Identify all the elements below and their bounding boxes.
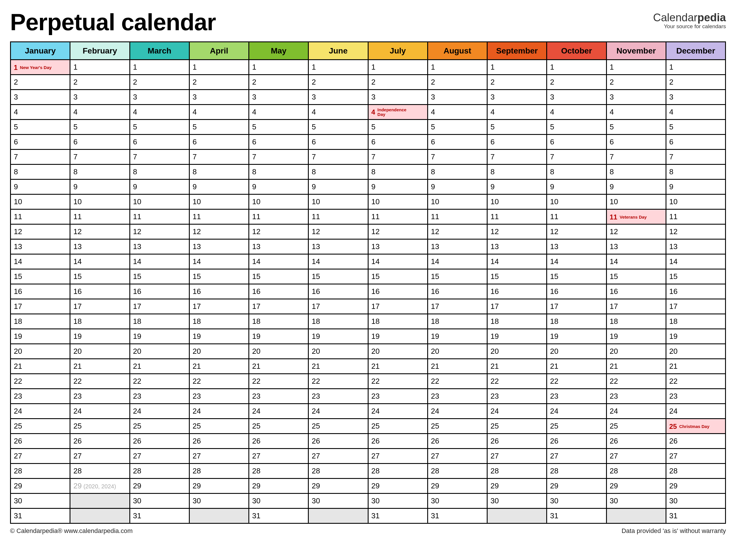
day-cell: 20 [606, 344, 666, 359]
day-cell: 10 [249, 194, 309, 209]
day-cell: 4 [70, 105, 130, 120]
day-cell: 2 [189, 75, 249, 90]
day-cell [70, 509, 130, 523]
day-cell: 29 [368, 479, 427, 494]
day-cell: 16 [70, 284, 130, 299]
day-cell: 21 [249, 359, 309, 374]
day-cell: 14 [547, 254, 606, 269]
day-cell: 20 [70, 344, 130, 359]
day-cell: 11 [70, 209, 130, 224]
day-cell: 7 [130, 150, 189, 165]
day-cell: 30 [666, 494, 725, 509]
day-cell: 7 [249, 150, 309, 165]
day-cell: 9 [547, 179, 606, 194]
day-cell: 7 [606, 150, 666, 165]
day-cell: 17 [249, 299, 309, 314]
day-cell: 3 [666, 90, 725, 105]
day-cell: 22 [130, 374, 189, 389]
day-cell: 30 [427, 494, 487, 509]
day-cell: 29 [249, 479, 309, 494]
day-cell: 13 [130, 239, 189, 254]
day-cell: 16 [130, 284, 189, 299]
day-cell: 17 [427, 299, 487, 314]
day-cell: 22 [309, 374, 368, 389]
day-cell: 15 [11, 269, 70, 284]
day-cell: 1 [70, 60, 130, 75]
day-cell: 25 [189, 419, 249, 434]
table-row: 232323232323232323232323 [11, 389, 726, 404]
day-cell: 22 [189, 374, 249, 389]
day-cell: 24 [70, 404, 130, 419]
day-cell: 10 [189, 194, 249, 209]
month-header-march: March [130, 42, 189, 60]
day-cell: 26 [427, 434, 487, 449]
table-row: 222222222222222222222222 [11, 374, 726, 389]
day-cell: 31 [249, 509, 309, 523]
day-cell: 4 [487, 105, 547, 120]
day-cell: 10 [606, 194, 666, 209]
day-cell: 14 [189, 254, 249, 269]
month-header-january: January [11, 42, 70, 60]
day-cell: 28 [427, 464, 487, 479]
day-cell: 18 [666, 314, 725, 329]
day-cell: 1 [547, 60, 606, 75]
day-cell: 22 [487, 374, 547, 389]
day-cell: 13 [606, 239, 666, 254]
day-cell: 20 [427, 344, 487, 359]
day-cell: 18 [427, 314, 487, 329]
day-cell: 26 [130, 434, 189, 449]
day-cell: 14 [309, 254, 368, 269]
day-cell: 3 [606, 90, 666, 105]
day-cell: 26 [487, 434, 547, 449]
day-cell: 28 [249, 464, 309, 479]
day-cell: 15 [487, 269, 547, 284]
day-cell: 26 [309, 434, 368, 449]
holiday-label: Independence Day [377, 108, 412, 117]
day-cell: 16 [309, 284, 368, 299]
table-row: 191919191919191919191919 [11, 329, 726, 344]
day-cell: 3 [130, 90, 189, 105]
month-header-december: December [666, 42, 725, 60]
month-header-april: April [189, 42, 249, 60]
day-cell: 11 [130, 209, 189, 224]
day-cell: 15 [606, 269, 666, 284]
table-row: 999999999999 [11, 179, 726, 194]
day-cell: 10 [666, 194, 725, 209]
day-cell: 21 [11, 359, 70, 374]
day-cell: 12 [368, 224, 427, 239]
day-cell: 3 [249, 90, 309, 105]
day-cell: 29 [309, 479, 368, 494]
day-cell: 9 [487, 179, 547, 194]
day-cell: 9 [11, 179, 70, 194]
table-row: 222222222222 [11, 75, 726, 90]
day-cell: 5 [427, 120, 487, 135]
table-row: 272727272727272727272727 [11, 449, 726, 464]
day-cell: 11 [487, 209, 547, 224]
day-cell: 17 [368, 299, 427, 314]
day-cell: 30 [487, 494, 547, 509]
table-row: 888888888888 [11, 165, 726, 179]
day-cell: 11 [189, 209, 249, 224]
day-cell: 8 [70, 165, 130, 179]
day-cell: 24 [666, 404, 725, 419]
day-cell: 2 [547, 75, 606, 90]
day-cell: 1 [487, 60, 547, 75]
day-cell: 4 [249, 105, 309, 120]
day-cell: 13 [666, 239, 725, 254]
day-cell: 19 [249, 329, 309, 344]
day-cell: 31 [547, 509, 606, 523]
day-cell: 13 [368, 239, 427, 254]
day-cell: 13 [189, 239, 249, 254]
day-cell: 6 [130, 135, 189, 150]
day-cell: 19 [130, 329, 189, 344]
day-cell: 10 [11, 194, 70, 209]
day-cell: 27 [368, 449, 427, 464]
table-row: 161616161616161616161616 [11, 284, 726, 299]
day-cell: 30 [130, 494, 189, 509]
day-cell: 12 [547, 224, 606, 239]
day-cell: 7 [189, 150, 249, 165]
day-cell: 20 [130, 344, 189, 359]
day-cell: 26 [666, 434, 725, 449]
table-row: 181818181818181818181818 [11, 314, 726, 329]
day-cell: 24 [368, 404, 427, 419]
